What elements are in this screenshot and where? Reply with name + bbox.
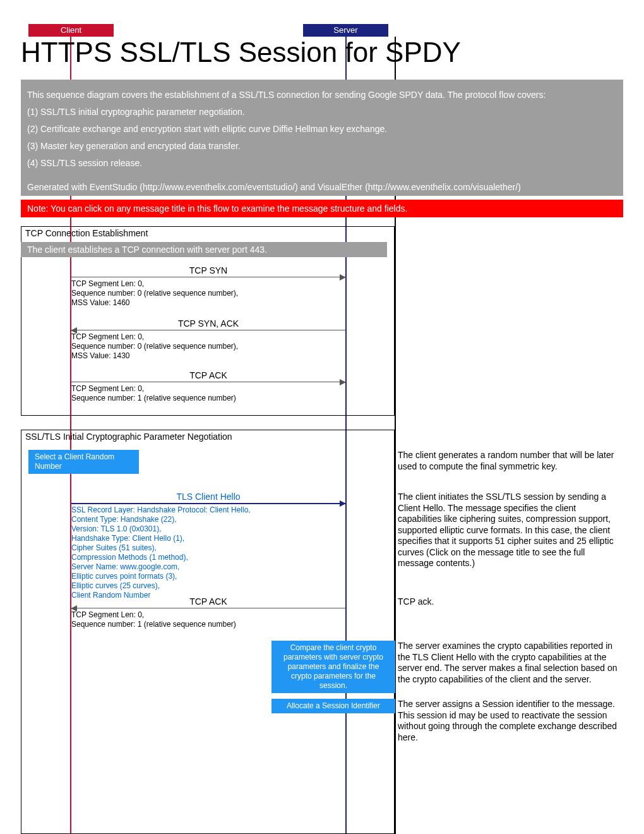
section-tcp-note: The client establishes a TCP connection … [21,242,387,257]
desc-intro: This sequence diagram covers the establi… [27,88,617,102]
action-compare-crypto: Compare the client crypto parameters wit… [271,641,395,693]
msg-tls-hello-detail: SSL Record Layer: Handshake Protocol: Cl… [71,505,345,600]
msg-tcp-syn-label[interactable]: TCP SYN [71,265,345,275]
desc-item-4: (4) SSL/TLS session release. [27,157,617,170]
desc-item-2: (2) Certificate exchange and encryption … [27,123,617,136]
arrow-tcp-ack1 [71,382,345,382]
section-tcp-title: TCP Connection Establishment [21,227,394,239]
note-tls-hello: The client initiates the SSL/TLS session… [398,492,622,569]
section-ssl-title: SSL/TLS Initial Cryptographic Parameter … [21,430,394,443]
desc-item-3: (3) Master key generation and encrypted … [27,140,617,153]
msg-tcp-synack-detail: TCP Segment Len: 0, Sequence number: 0 (… [71,332,345,361]
arrow-tls-hello [71,503,345,504]
msg-tcp-synack-label[interactable]: TCP SYN, ACK [71,318,345,329]
msg-tcp-ack2-label[interactable]: TCP ACK [71,596,345,607]
msg-tcp-syn-detail: TCP Segment Len: 0, Sequence number: 0 (… [71,279,345,308]
desc-item-1: (1) SSL/TLS initial cryptographic parame… [27,106,617,119]
server-lifeline-label: Server [303,24,388,37]
section-ssl-box: SSL/TLS Initial Cryptographic Parameter … [21,430,395,834]
note-allocate-session: The server assigns a Session identifier … [398,699,622,743]
msg-tcp-ack1-detail: TCP Segment Len: 0, Sequence number: 1 (… [71,384,345,403]
action-client-random: Select a Client Random Number [28,450,139,474]
page-title: HTTPS SSL/TLS Session for SPDY [21,37,461,68]
generated-with: Generated with EventStudio (http://www.e… [21,178,623,196]
action-allocate-session: Allocate a Session Identifier [271,699,395,713]
arrow-tcp-syn [71,277,345,277]
msg-tcp-ack1-label[interactable]: TCP ACK [71,370,345,380]
client-lifeline-label: Client [28,24,114,37]
note-compare-crypto: The server examines the crypto capabilit… [398,641,622,685]
arrow-tcp-ack2 [71,608,345,608]
note-client-random: The client generates a random number tha… [398,450,622,472]
description-block: This sequence diagram covers the establi… [21,80,623,180]
note-tcp-ack2: TCP ack. [398,596,622,608]
arrow-tcp-synack [71,330,345,330]
clickable-note: Note: You can click on any message title… [21,200,623,217]
msg-tls-hello-label[interactable]: TLS Client Hello [71,492,345,502]
msg-tcp-ack2-detail: TCP Segment Len: 0, Sequence number: 1 (… [71,610,345,629]
